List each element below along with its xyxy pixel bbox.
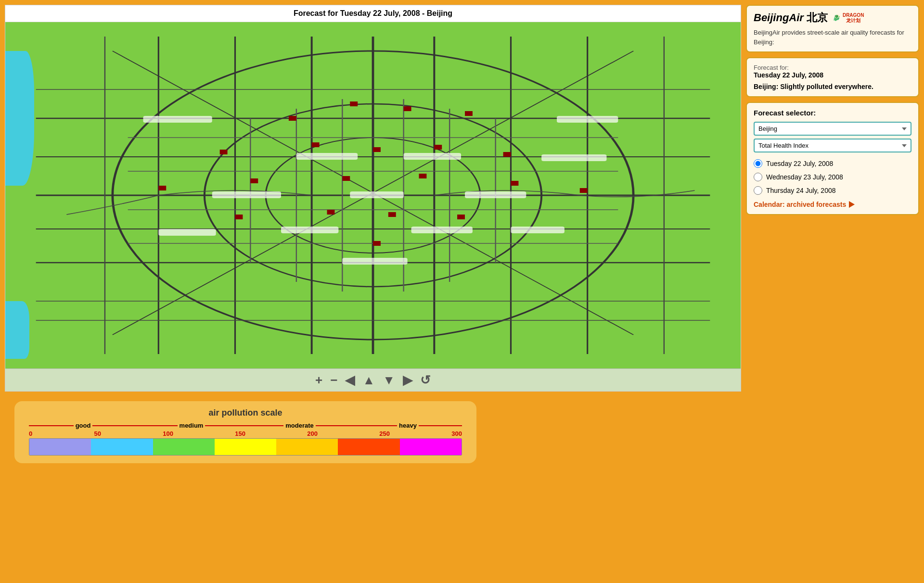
scale-line-heavy-right — [419, 425, 462, 426]
forecast-date: Tuesday 22 July, 2008 — [754, 71, 911, 79]
scale-container: air pollution scale good medium moderate — [14, 401, 476, 463]
date-label-1: Tuesday 22 July, 2008 — [766, 160, 833, 167]
scale-line-moderate-right — [316, 425, 354, 426]
svg-rect-56 — [404, 153, 461, 160]
logo-title: BeijingAir 北京 🐉 DRAGON龙计划 — [754, 11, 911, 25]
index-selector[interactable]: Total Health Index PM2.5 PM10 NO2 O3 — [754, 139, 911, 152]
svg-rect-37 — [312, 142, 320, 147]
color-scale-bar — [29, 438, 462, 456]
map-section: Forecast for Tuesday 22 July, 2008 - Bei… — [5, 5, 741, 392]
svg-rect-39 — [434, 145, 442, 150]
calendar-link[interactable]: Calendar: archived forecasts — [754, 201, 911, 208]
scale-line-good-left — [29, 425, 74, 426]
scale-num-0: 0 — [29, 430, 32, 437]
scale-categories: good medium moderate heavy — [29, 422, 462, 429]
svg-rect-59 — [557, 116, 618, 123]
svg-rect-51 — [373, 241, 381, 246]
svg-rect-40 — [503, 152, 511, 157]
logo-chinese-text: 北京 — [807, 11, 828, 25]
svg-rect-43 — [342, 176, 350, 181]
svg-rect-35 — [465, 111, 473, 116]
date-label-2: Wednesday 23 July, 2008 — [766, 173, 843, 181]
svg-rect-38 — [373, 147, 381, 152]
date-option-2[interactable]: Wednesday 23 July, 2008 — [754, 173, 911, 181]
svg-rect-61 — [411, 227, 473, 233]
scale-line-medium-left — [137, 425, 178, 426]
date-option-1[interactable]: Tuesday 22 July, 2008 — [754, 159, 911, 168]
pan-left-button[interactable]: ◀ — [345, 374, 355, 386]
svg-rect-46 — [580, 188, 588, 193]
scale-num-150: 150 — [235, 430, 245, 437]
calendar-arrow-icon — [849, 201, 855, 208]
scale-numbers: 0 50 100 150 200 250 300 — [29, 430, 462, 438]
scale-num-250: 250 — [379, 430, 390, 437]
sidebar: BeijingAir 北京 🐉 DRAGON龙计划 BeijingAir pro… — [746, 5, 919, 215]
zoom-out-button[interactable]: − — [330, 374, 337, 386]
zoom-in-button[interactable]: + — [315, 374, 322, 386]
logo-dragon-label: DRAGON龙计划 — [843, 13, 864, 23]
forecast-label: Forecast for: — [754, 64, 911, 71]
scale-num-100: 100 — [163, 430, 173, 437]
scale-num-300: 300 — [451, 430, 462, 437]
scale-label-good: good — [76, 422, 91, 429]
reset-button[interactable]: ↺ — [420, 374, 431, 386]
scale-color-1 — [29, 439, 91, 455]
svg-rect-34 — [404, 106, 411, 111]
scale-color-6 — [338, 439, 399, 455]
svg-rect-48 — [327, 210, 335, 215]
date-radio-2[interactable] — [754, 173, 762, 181]
svg-rect-55 — [296, 153, 358, 160]
scale-line-medium-right — [205, 425, 245, 426]
map-area[interactable] — [5, 22, 741, 368]
svg-rect-33 — [350, 101, 358, 106]
pan-up-button[interactable]: ▲ — [362, 374, 375, 386]
svg-rect-50 — [457, 215, 465, 219]
scale-cat-medium: medium — [137, 422, 245, 429]
date-label-3: Thursday 24 July, 2008 — [766, 187, 836, 194]
scale-color-3 — [153, 439, 215, 455]
scale-label-medium: medium — [180, 422, 204, 429]
scale-color-4 — [215, 439, 276, 455]
date-radio-1[interactable] — [754, 159, 762, 168]
scale-line-good-right — [92, 425, 137, 426]
logo-main-text: BeijingAir — [754, 12, 804, 24]
svg-rect-60 — [281, 227, 338, 233]
scale-color-2 — [91, 439, 153, 455]
svg-rect-49 — [388, 212, 396, 217]
road-network — [5, 22, 741, 368]
svg-rect-32 — [289, 116, 296, 121]
svg-rect-63 — [158, 229, 216, 236]
pan-down-button[interactable]: ▼ — [383, 374, 395, 386]
date-radio-3[interactable] — [754, 186, 762, 195]
scale-num-200: 200 — [307, 430, 318, 437]
scale-bar-section: air pollution scale good medium moderate — [5, 396, 919, 471]
city-selector[interactable]: Beijing Shanghai Guangzhou — [754, 122, 911, 136]
svg-rect-54 — [465, 191, 526, 198]
top-row: Forecast for Tuesday 22 July, 2008 - Bei… — [5, 5, 919, 392]
selector-title: Forecast selector: — [754, 109, 911, 117]
svg-rect-44 — [419, 174, 427, 178]
map-controls: + − ◀ ▲ ▼ ▶ ↺ — [5, 368, 741, 391]
forecast-selector-box: Forecast selector: Beijing Shanghai Guan… — [746, 102, 919, 215]
calendar-link-text: Calendar: archived forecasts — [754, 201, 846, 208]
scale-cat-heavy: heavy — [354, 422, 462, 429]
svg-rect-53 — [350, 191, 403, 198]
scale-color-5 — [276, 439, 338, 455]
scale-num-50: 50 — [94, 430, 101, 437]
logo-box: BeijingAir 北京 🐉 DRAGON龙计划 BeijingAir pro… — [746, 5, 919, 52]
forecast-summary-text: Slightly polluted everywhere. — [780, 83, 873, 90]
forecast-city: Beijing: — [754, 83, 778, 90]
scale-cat-moderate: moderate — [245, 422, 354, 429]
svg-rect-36 — [220, 150, 228, 154]
svg-rect-57 — [143, 116, 212, 123]
svg-rect-42 — [250, 178, 258, 183]
pan-right-button[interactable]: ▶ — [403, 374, 412, 386]
date-radio-group: Tuesday 22 July, 2008 Wednesday 23 July,… — [754, 159, 911, 195]
logo-description: BeijingAir provides street-scale air qua… — [754, 28, 911, 47]
main-container: Forecast for Tuesday 22 July, 2008 - Bei… — [0, 0, 924, 476]
scale-title: air pollution scale — [29, 408, 462, 418]
scale-color-7 — [400, 439, 462, 455]
date-option-3[interactable]: Thursday 24 July, 2008 — [754, 186, 911, 195]
svg-rect-45 — [511, 181, 519, 186]
svg-rect-47 — [235, 215, 243, 219]
